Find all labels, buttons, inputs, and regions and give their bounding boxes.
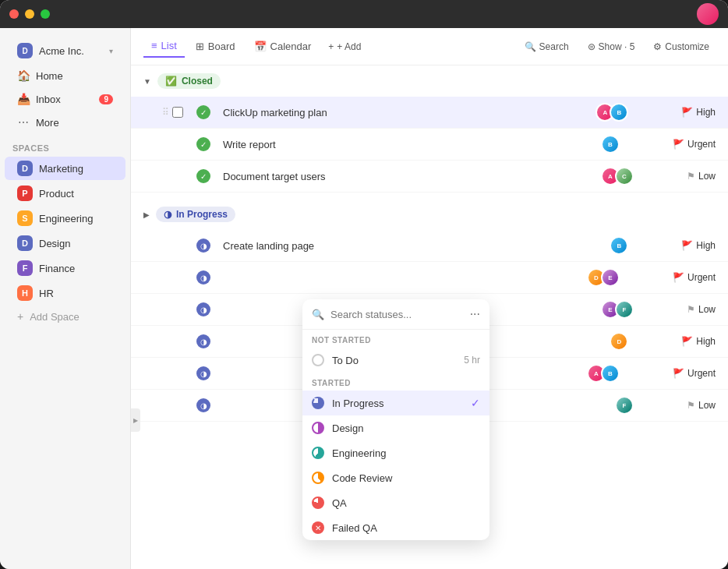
- status-badge-in-progress: ◑ In Progress: [156, 207, 235, 222]
- search-icon: 🔍: [312, 309, 324, 320]
- sidebar-item-engineering[interactable]: S Engineering: [5, 207, 125, 230]
- sidebar: D Acme Inc. ▾ 🏠 Home 📥 Inbox 9 ⋯ More Sp…: [0, 28, 131, 569]
- task-status-icon[interactable]: ◑: [196, 270, 210, 284]
- task-status-icon[interactable]: ◑: [196, 302, 210, 316]
- time-label: 5 hr: [464, 355, 480, 366]
- task-name: Write report: [223, 139, 595, 150]
- priority-label: High: [696, 336, 716, 347]
- workspace-icon: D: [17, 43, 33, 58]
- workspace-selector[interactable]: D Acme Inc. ▾: [5, 38, 125, 63]
- chevron-down-icon: ▾: [109, 47, 113, 55]
- app-body: D Acme Inc. ▾ 🏠 Home 📥 Inbox 9 ⋯ More Sp…: [0, 28, 728, 569]
- space-name-design: Design: [39, 238, 70, 249]
- sidebar-item-more[interactable]: ⋯ More: [5, 111, 125, 133]
- spaces-label: Spaces: [0, 134, 130, 156]
- customize-icon: ⚙: [653, 41, 662, 52]
- close-button[interactable]: [9, 9, 19, 19]
- dropdown-item-qa[interactable]: QA: [302, 490, 489, 515]
- sidebar-item-marketing[interactable]: D Marketing: [5, 157, 125, 180]
- priority-badge: 🚩 Urgent: [626, 272, 716, 283]
- avatar: B: [610, 103, 628, 122]
- dropdown-item-todo[interactable]: To Do 5 hr: [302, 348, 489, 373]
- dropdown-item-label: QA: [332, 497, 347, 509]
- sidebar-item-product[interactable]: P Product: [5, 182, 125, 205]
- dropdown-item-engineering[interactable]: Engineering: [302, 440, 489, 465]
- status-search-input[interactable]: [330, 309, 464, 320]
- priority-badge: 🚩 High: [634, 240, 716, 251]
- priority-label: High: [696, 107, 716, 118]
- avatar: C: [615, 167, 634, 186]
- dropdown-item-design[interactable]: Design: [302, 415, 489, 440]
- flag-low-icon: ⚑: [687, 171, 695, 182]
- tab-board-label: Board: [208, 41, 235, 52]
- space-dot-product: P: [17, 186, 33, 201]
- board-icon: ⊞: [196, 41, 204, 52]
- space-dot-finance: F: [17, 260, 33, 276]
- table-row[interactable]: ◑ D E 🚩 Urgent: [131, 262, 728, 294]
- more-options-button[interactable]: ···: [470, 307, 480, 321]
- task-avatars: D E: [587, 268, 620, 287]
- dropdown-item-label: To Do: [332, 355, 359, 366]
- main-content: ≡ List ⊞ Board 📅 Calendar + + Add: [131, 28, 728, 569]
- tab-list[interactable]: ≡ List: [143, 35, 185, 58]
- dropdown-item-failed-qa[interactable]: ✕ Failed QA: [302, 515, 489, 540]
- tab-list-label: List: [161, 40, 177, 51]
- in-progress-section-header[interactable]: ▶ ◑ In Progress: [131, 199, 728, 230]
- in-progress-label: In Progress: [176, 209, 228, 220]
- fullscreen-button[interactable]: [41, 9, 50, 19]
- table-row[interactable]: ⠿ ✓ ClickUp marketing plan A B 🚩 High: [131, 97, 728, 129]
- sidebar-item-design[interactable]: D Design: [5, 231, 125, 255]
- customize-button[interactable]: ⚙ Customize: [647, 37, 716, 56]
- app-window: D Acme Inc. ▾ 🏠 Home 📥 Inbox 9 ⋯ More Sp…: [0, 0, 728, 569]
- minimize-button[interactable]: [25, 9, 34, 19]
- sidebar-item-label: Inbox: [36, 94, 61, 105]
- sidebar-item-home[interactable]: 🏠 Home: [5, 65, 125, 87]
- dropdown-item-code-review[interactable]: Code Review: [302, 465, 489, 490]
- avatar: F: [615, 300, 634, 319]
- flag-low-icon: ⚑: [687, 400, 695, 411]
- table-row[interactable]: ✓ Document target users A C ⚑ Low: [131, 161, 728, 193]
- space-name-finance: Finance: [39, 263, 75, 274]
- task-avatars: A C: [601, 167, 634, 186]
- search-icon: 🔍: [525, 41, 536, 52]
- task-avatars: D: [610, 332, 628, 351]
- task-status-icon[interactable]: ◑: [196, 334, 210, 348]
- task-status-icon[interactable]: ◑: [196, 239, 210, 253]
- sidebar-toggle[interactable]: ▶: [131, 408, 140, 432]
- closed-section-header[interactable]: ▼ ✅ Closed: [131, 65, 728, 97]
- flag-high-icon: 🚩: [681, 336, 693, 347]
- tab-board[interactable]: ⊞ Board: [188, 36, 243, 57]
- more-icon: ⋯: [17, 116, 30, 129]
- search-button[interactable]: 🔍 Search: [518, 37, 575, 56]
- task-status-icon[interactable]: ✓: [196, 105, 210, 119]
- sidebar-item-inbox[interactable]: 📥 Inbox 9: [5, 88, 125, 110]
- qa-status-icon: [312, 497, 324, 509]
- topbar: ≡ List ⊞ Board 📅 Calendar + + Add: [131, 28, 728, 65]
- dropdown-item-in-progress[interactable]: In Progress ✓: [302, 391, 489, 415]
- avatar: B: [601, 135, 620, 154]
- home-icon: 🏠: [17, 69, 30, 82]
- task-status-icon[interactable]: ✓: [196, 169, 210, 183]
- task-name: ClickUp marketing plan: [223, 107, 589, 118]
- add-view-button[interactable]: + + Add: [322, 37, 367, 56]
- table-row[interactable]: ◑ Create landing page B 🚩 High: [131, 230, 728, 262]
- task-status-icon[interactable]: ✓: [196, 137, 210, 151]
- add-space-button[interactable]: + Add Space: [5, 306, 125, 327]
- task-name: Document target users: [223, 171, 595, 182]
- list-icon: ≡: [151, 40, 157, 51]
- avatar: F: [615, 396, 634, 415]
- tab-calendar[interactable]: 📅 Calendar: [246, 36, 320, 57]
- sidebar-item-finance[interactable]: F Finance: [5, 256, 125, 280]
- plus-icon: +: [17, 310, 23, 323]
- tab-calendar-label: Calendar: [270, 41, 312, 52]
- inbox-icon: 📥: [17, 93, 30, 105]
- priority-badge: 🚩 High: [634, 107, 716, 118]
- task-status-icon[interactable]: ◑: [196, 398, 210, 412]
- titlebar: [0, 0, 728, 28]
- user-avatar[interactable]: [697, 3, 719, 25]
- task-status-icon[interactable]: ◑: [196, 366, 210, 380]
- sidebar-item-hr[interactable]: H HR: [5, 281, 125, 305]
- show-button[interactable]: ⊜ Show · 5: [581, 37, 641, 56]
- task-checkbox[interactable]: [172, 107, 183, 118]
- table-row[interactable]: ✓ Write report B 🚩 Urgent: [131, 129, 728, 161]
